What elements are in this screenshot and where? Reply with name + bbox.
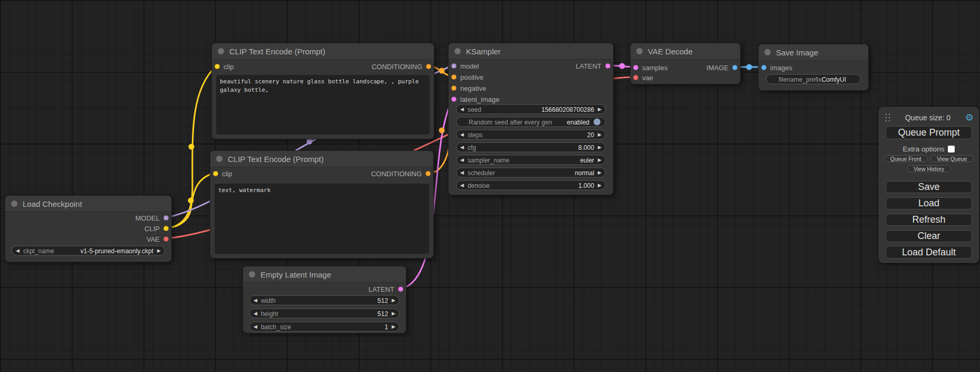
node-graph-canvas[interactable]: Load Checkpoint MODEL CLIP VAE ckpt_name…	[0, 0, 980, 372]
arrow-right-icon[interactable]	[598, 170, 601, 175]
port-dot-conditioning[interactable]	[425, 171, 431, 176]
arrow-left-icon[interactable]	[16, 249, 20, 253]
arrow-right-icon[interactable]	[598, 132, 601, 137]
node-load-checkpoint[interactable]: Load Checkpoint MODEL CLIP VAE ckpt_name…	[5, 195, 172, 262]
node-clip-text-encode-positive[interactable]: CLIP Text Encode (Prompt) clip CONDITION…	[211, 43, 434, 139]
input-clip[interactable]: clip	[213, 168, 232, 179]
view-history-button[interactable]: View History	[907, 165, 951, 172]
arrow-left-icon[interactable]	[254, 311, 257, 316]
output-conditioning[interactable]: CONDITIONING	[371, 168, 431, 179]
node-vae-decode[interactable]: VAE Decode samples vae IMAGE	[630, 43, 741, 84]
port-dot-model[interactable]	[451, 63, 457, 69]
prompt-textarea[interactable]: beautiful scenery nature glass bottle la…	[216, 75, 430, 135]
node-title-bar[interactable]: Empty Latent Image	[243, 266, 406, 283]
collapse-dot-icon[interactable]	[216, 156, 222, 162]
collapse-dot-icon[interactable]	[454, 48, 461, 54]
input-clip[interactable]: clip	[215, 61, 234, 72]
load-default-button[interactable]: Load Default	[886, 246, 972, 259]
queue-front-button[interactable]: Queue Front	[884, 155, 928, 162]
node-title-bar[interactable]: Load Checkpoint	[5, 196, 171, 212]
port-dot-clip[interactable]	[215, 64, 220, 69]
save-button[interactable]: Save	[886, 181, 972, 193]
widget-sampler-name[interactable]: sampler_name euler	[456, 155, 606, 165]
input-positive[interactable]: positive	[451, 72, 483, 82]
widget-filename-prefix[interactable]: filename_prefix ComfyUI	[766, 74, 861, 84]
port-dot-latent[interactable]	[451, 97, 457, 102]
arrow-right-icon[interactable]	[392, 298, 395, 303]
port-dot-conditioning[interactable]	[426, 64, 431, 69]
node-title-bar[interactable]: VAE Decode	[630, 43, 740, 60]
node-clip-text-encode-negative[interactable]: CLIP Text Encode (Prompt) clip CONDITION…	[210, 150, 434, 259]
arrow-right-icon[interactable]	[598, 145, 601, 150]
output-conditioning[interactable]: CONDITIONING	[372, 61, 431, 72]
output-image[interactable]: IMAGE	[706, 62, 738, 73]
arrow-left-icon[interactable]	[460, 158, 464, 163]
collapse-dot-icon[interactable]	[11, 201, 17, 207]
node-ksampler[interactable]: KSampler model positive negative latent_…	[448, 43, 614, 195]
output-model[interactable]: MODEL	[135, 213, 169, 223]
arrow-right-icon[interactable]	[392, 325, 395, 329]
collapse-dot-icon[interactable]	[218, 48, 224, 54]
arrow-left-icon[interactable]	[460, 107, 464, 112]
widget-ckpt-name[interactable]: ckpt_name v1-5-pruned-emaonly.ckpt	[12, 246, 165, 256]
widget-batch-size[interactable]: batch_size 1	[249, 322, 400, 332]
prompt-textarea[interactable]: text, watermark	[215, 184, 429, 254]
port-dot-image[interactable]	[761, 65, 766, 70]
widget-cfg[interactable]: cfg 8.000	[456, 142, 606, 152]
input-vae[interactable]: vae	[633, 72, 653, 83]
arrow-right-icon[interactable]	[598, 107, 601, 112]
input-images[interactable]: images	[761, 62, 792, 73]
input-latent-image[interactable]: latent_image	[451, 94, 499, 104]
refresh-button[interactable]: Refresh	[886, 214, 972, 226]
arrow-left-icon[interactable]	[460, 145, 464, 150]
output-latent[interactable]: LATENT	[576, 61, 610, 71]
load-button[interactable]: Load	[886, 197, 972, 209]
node-save-image[interactable]: Save Image images filename_prefix ComfyU…	[758, 44, 869, 91]
port-dot-latent[interactable]	[398, 287, 403, 292]
input-samples[interactable]: samples	[633, 62, 667, 73]
arrow-right-icon[interactable]	[598, 158, 601, 163]
arrow-left-icon[interactable]	[460, 183, 464, 188]
node-title-bar[interactable]: KSampler	[449, 43, 613, 60]
output-latent[interactable]: LATENT	[368, 284, 403, 294]
port-dot-latent[interactable]	[633, 65, 638, 70]
collapse-dot-icon[interactable]	[249, 271, 255, 278]
collapse-dot-icon[interactable]	[764, 49, 771, 55]
arrow-left-icon[interactable]	[460, 170, 464, 175]
port-dot-image[interactable]	[732, 65, 738, 70]
widget-steps[interactable]: steps 20	[456, 130, 606, 140]
gear-icon[interactable]	[965, 113, 974, 122]
port-dot-model[interactable]	[163, 215, 169, 221]
arrow-right-icon[interactable]	[598, 183, 601, 188]
view-queue-button[interactable]: View Queue	[930, 155, 974, 162]
port-dot-clip[interactable]	[163, 226, 169, 231]
port-dot-vae[interactable]	[163, 236, 169, 242]
widget-seed[interactable]: seed 156680208700286	[456, 104, 606, 115]
widget-random-seed-toggle[interactable]: Random seed after every gen enabled	[456, 117, 606, 127]
widget-height[interactable]: height 512	[249, 309, 400, 319]
arrow-left-icon[interactable]	[254, 325, 257, 329]
arrow-left-icon[interactable]	[460, 132, 464, 137]
widget-denoise[interactable]: denoise 1.000	[456, 180, 606, 190]
drag-handle-icon[interactable]	[885, 113, 890, 121]
arrow-left-icon[interactable]	[254, 298, 257, 303]
extra-options-checkbox[interactable]	[948, 146, 955, 152]
port-dot-latent[interactable]	[605, 63, 610, 69]
port-dot-conditioning[interactable]	[451, 74, 457, 80]
collapse-dot-icon[interactable]	[636, 48, 643, 54]
output-clip[interactable]: CLIP	[144, 223, 169, 234]
widget-scheduler[interactable]: scheduler normal	[456, 168, 606, 178]
input-negative[interactable]: negative	[451, 83, 486, 93]
widget-width[interactable]: width 512	[249, 295, 400, 306]
node-title-bar[interactable]: CLIP Text Encode (Prompt)	[210, 151, 433, 167]
node-empty-latent-image[interactable]: Empty Latent Image LATENT width 512 heig…	[242, 266, 406, 333]
arrow-right-icon[interactable]	[392, 311, 395, 316]
node-title-bar[interactable]: Save Image	[759, 44, 868, 61]
port-dot-vae[interactable]	[633, 75, 638, 80]
port-dot-conditioning[interactable]	[451, 85, 457, 91]
output-vae[interactable]: VAE	[147, 234, 169, 244]
toggle-on-icon[interactable]	[593, 118, 601, 126]
node-title-bar[interactable]: CLIP Text Encode (Prompt)	[212, 43, 434, 60]
clear-button[interactable]: Clear	[886, 230, 972, 242]
queue-prompt-button[interactable]: Queue Prompt	[886, 126, 972, 139]
